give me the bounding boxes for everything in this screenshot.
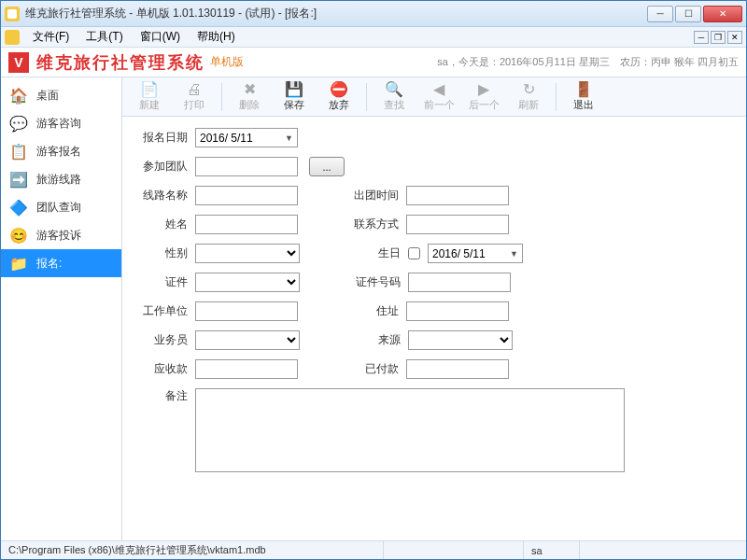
print-button[interactable]: 🖨打印	[173, 79, 216, 115]
window-title: 维克旅行社管理系统 - 单机版 1.01.130119 - (试用) - [报名…	[25, 6, 647, 21]
prev-button[interactable]: ◀前一个	[417, 79, 460, 115]
label-id-no: 证件号码	[335, 274, 401, 290]
address-input[interactable]	[406, 301, 509, 321]
sidebar-item-label: 团队查询	[36, 200, 81, 216]
new-button[interactable]: 📄新建	[128, 79, 171, 115]
label-sales: 业务员	[132, 332, 188, 348]
menu-tool[interactable]: 工具(T)	[78, 27, 130, 47]
depart-input[interactable]	[406, 186, 509, 205]
toolbar-separator	[556, 83, 557, 111]
exit-icon: 🚪	[574, 82, 593, 97]
sidebar-item-label: 游客报名	[36, 144, 81, 160]
save-button[interactable]: 💾保存	[273, 79, 316, 115]
sidebar-item-label: 游客咨询	[36, 116, 81, 132]
search-icon: 🔍	[385, 82, 403, 97]
mdi-close-button[interactable]: ✕	[727, 31, 742, 44]
paid-input[interactable]	[406, 359, 509, 379]
team-input[interactable]	[195, 157, 298, 176]
gender-select[interactable]	[195, 244, 300, 263]
id-type-select[interactable]	[195, 273, 300, 292]
toolbar-separator	[221, 83, 222, 111]
maximize-button[interactable]: ☐	[675, 6, 701, 22]
sidebar-item-complaint[interactable]: 😊游客投诉	[1, 221, 121, 249]
chevron-down-icon: ▼	[510, 249, 518, 259]
remark-textarea[interactable]	[195, 388, 625, 472]
delete-button[interactable]: ✖删除	[228, 79, 271, 115]
mdi-minimize-button[interactable]: ─	[694, 31, 709, 44]
birthday-picker[interactable]: 2016/ 5/11▼	[428, 244, 523, 263]
next-icon: ▶	[478, 82, 489, 97]
stop-icon: ⛔	[330, 82, 348, 97]
status-rest	[580, 541, 746, 559]
sidebar-item-signup[interactable]: 📁报名:	[1, 249, 121, 277]
sidebar-item-team[interactable]: 🔷团队查询	[1, 193, 121, 221]
sidebar-item-label: 游客投诉	[36, 228, 81, 244]
reg-date-picker[interactable]: 2016/ 5/11▼	[195, 128, 298, 147]
label-remark: 备注	[132, 388, 188, 404]
statusbar: C:\Program Files (x86)\维克旅行社管理系统\vktam1.…	[1, 540, 746, 559]
refresh-button[interactable]: ↻刷新	[507, 79, 550, 115]
home-icon: 🏠	[8, 85, 29, 105]
logo-icon: V	[8, 52, 29, 73]
label-depart: 出团时间	[333, 188, 399, 203]
new-icon: 📄	[140, 82, 159, 97]
sidebar-item-label: 桌面	[36, 88, 59, 104]
print-icon: 🖨	[187, 82, 202, 97]
clipboard-icon: 📋	[8, 141, 29, 161]
menubar: 文件(F) 工具(T) 窗口(W) 帮助(H) ─ ❐ ✕	[1, 27, 746, 48]
chat-icon: 💬	[8, 113, 29, 133]
system-name: 维克旅行社管理系统	[36, 51, 204, 74]
banner: V 维克旅行社管理系统 单机版 sa，今天是：2016年05月11日 星期三 农…	[1, 48, 746, 77]
status-path: C:\Program Files (x86)\维克旅行社管理系统\vktam1.…	[1, 541, 384, 559]
id-no-input[interactable]	[408, 273, 511, 292]
label-paid: 已付款	[333, 361, 399, 377]
sidebar: 🏠桌面 💬游客咨询 📋游客报名 ➡️旅游线路 🔷团队查询 😊游客投诉 📁报名:	[1, 77, 122, 540]
menu-help[interactable]: 帮助(H)	[190, 27, 243, 47]
sidebar-item-consult[interactable]: 💬游客咨询	[1, 109, 121, 137]
label-name: 姓名	[132, 217, 188, 232]
sidebar-item-register[interactable]: 📋游客报名	[1, 137, 121, 165]
status-blank	[384, 541, 524, 559]
edition-label: 单机版	[210, 54, 244, 70]
browse-team-button[interactable]: ...	[309, 157, 345, 176]
receivable-input[interactable]	[195, 359, 298, 379]
status-user: sa	[524, 541, 580, 559]
sidebar-item-desktop[interactable]: 🏠桌面	[1, 81, 121, 109]
smile-icon: 😊	[8, 225, 29, 245]
refresh-icon: ↻	[523, 82, 535, 97]
menu-file[interactable]: 文件(F)	[25, 27, 77, 47]
company-input[interactable]	[195, 301, 298, 321]
close-button[interactable]: ✕	[703, 6, 742, 22]
menu-app-icon	[5, 30, 20, 45]
save-icon: 💾	[285, 82, 303, 97]
arrow-icon: ➡️	[8, 169, 29, 189]
sidebar-item-label: 旅游线路	[36, 172, 81, 188]
source-select[interactable]	[408, 330, 513, 350]
label-birthday: 生日	[335, 245, 401, 261]
label-source: 来源	[335, 332, 401, 348]
menu-window[interactable]: 窗口(W)	[133, 27, 188, 47]
name-input[interactable]	[195, 215, 298, 234]
sales-select[interactable]	[195, 330, 300, 350]
route-input[interactable]	[195, 186, 298, 205]
birthday-checkbox[interactable]	[408, 247, 420, 259]
date-info: sa，今天是：2016年05月11日 星期三 农历：丙申 猴年 四月初五	[437, 55, 739, 69]
label-team: 参加团队	[132, 159, 188, 175]
label-address: 住址	[333, 303, 399, 319]
label-reg-date: 报名日期	[132, 130, 188, 146]
contact-input[interactable]	[406, 215, 509, 234]
delete-icon: ✖	[244, 82, 256, 97]
minimize-button[interactable]: ─	[647, 6, 673, 22]
next-button[interactable]: ▶后一个	[462, 79, 505, 115]
form-area: 报名日期 2016/ 5/11▼ 参加团队 ... 线路名称 出团时间 姓名	[122, 117, 746, 540]
chevron-down-icon: ▼	[285, 133, 293, 143]
diamond-icon: 🔷	[8, 197, 29, 217]
sidebar-item-route[interactable]: ➡️旅游线路	[1, 165, 121, 193]
label-company: 工作单位	[132, 303, 188, 319]
discard-button[interactable]: ⛔放弃	[317, 79, 360, 115]
find-button[interactable]: 🔍查找	[373, 79, 416, 115]
mdi-restore-button[interactable]: ❐	[711, 31, 726, 44]
toolbar-separator	[366, 83, 367, 111]
folder-icon: 📁	[8, 253, 29, 273]
exit-button[interactable]: 🚪退出	[562, 79, 605, 115]
